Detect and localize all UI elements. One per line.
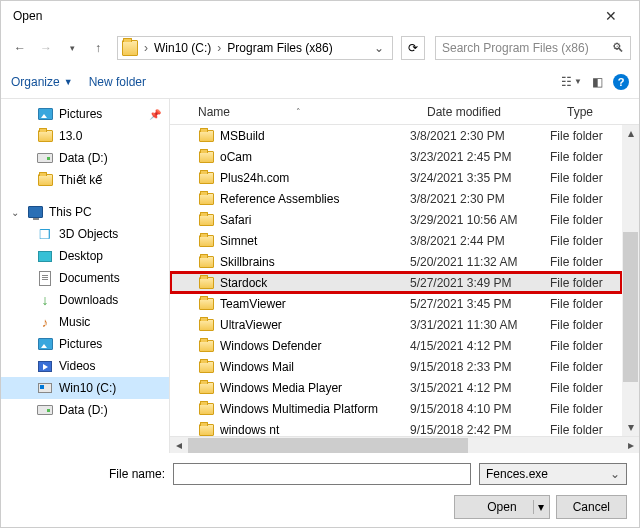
tree-item[interactable]: Data (D:) [1,147,169,169]
tree-item[interactable]: ❒3D Objects [1,223,169,245]
tree-item[interactable]: ♪Music [1,311,169,333]
tree-item-label: Music [59,315,90,329]
file-name: Reference Assemblies [220,192,410,206]
column-header-date[interactable]: Date modified [427,105,567,119]
expand-caret-icon[interactable]: ⌄ [11,207,21,218]
forward-button[interactable]: → [35,37,57,59]
vertical-scrollbar[interactable]: ▴ ▾ [622,125,639,436]
file-name: oCam [220,150,410,164]
address-bar[interactable]: › Win10 (C:) › Program Files (x86) ⌄ [117,36,393,60]
doc-icon [39,271,51,286]
3d-icon: ❒ [39,227,51,242]
file-date: 9/15/2018 2:42 PM [410,423,550,437]
pictures-icon [38,338,53,350]
tree-item-label: Pictures [59,107,102,121]
file-row[interactable]: Windows Media Player3/15/2021 4:12 PMFil… [170,377,622,398]
file-row[interactable]: MSBuild3/8/2021 2:30 PMFile folder [170,125,622,146]
tree-item[interactable]: 13.0 [1,125,169,147]
file-type: File folder [550,381,622,395]
file-date: 9/15/2018 4:10 PM [410,402,550,416]
column-header-type[interactable]: Type [567,105,639,119]
preview-pane-button[interactable]: ◧ [592,75,603,89]
file-row[interactable]: TeamViewer5/27/2021 3:45 PMFile folder [170,293,622,314]
organize-menu[interactable]: Organize ▼ [11,75,73,89]
file-type: File folder [550,276,622,290]
search-input[interactable]: Search Program Files (x86) 🔍︎ [435,36,631,60]
scroll-right-arrow[interactable]: ▸ [622,438,639,452]
tree-item[interactable]: Pictures📌 [1,103,169,125]
file-row[interactable]: Windows Multimedia Platform9/15/2018 4:1… [170,398,622,419]
cancel-button[interactable]: Cancel [556,495,627,519]
tree-item[interactable]: Win10 (C:) [1,377,169,399]
tree-item[interactable]: Pictures [1,333,169,355]
titlebar: Open ✕ [1,1,639,31]
file-type: File folder [550,402,622,416]
filename-input[interactable] [173,463,471,485]
folder-icon [199,130,214,142]
file-date: 3/24/2021 3:35 PM [410,171,550,185]
dl-icon: ↓ [42,292,49,308]
recent-dropdown[interactable]: ▾ [61,37,83,59]
horizontal-scrollbar[interactable]: ◂ ▸ [170,436,639,453]
file-type: File folder [550,192,622,206]
breadcrumb-segment[interactable]: Program Files (x86) [223,41,336,55]
file-type-filter[interactable]: Fences.exe ⌄ [479,463,627,485]
file-row[interactable]: Windows Defender4/15/2021 4:12 PMFile fo… [170,335,622,356]
file-row[interactable]: Simnet3/8/2021 2:44 PMFile folder [170,230,622,251]
file-date: 5/27/2021 3:49 PM [410,276,550,290]
tree-item-label: Pictures [59,337,102,351]
folder-icon [199,361,214,373]
file-name: windows nt [220,423,410,437]
chevron-right-icon[interactable]: › [215,41,223,55]
back-button[interactable]: ← [9,37,31,59]
new-folder-button[interactable]: New folder [89,75,146,89]
breadcrumb-segment[interactable]: Win10 (C:) [150,41,215,55]
file-type: File folder [550,423,622,437]
view-options-button[interactable]: ☷ ▼ [561,75,582,89]
file-row[interactable]: Reference Assemblies3/8/2021 2:30 PMFile… [170,188,622,209]
file-row[interactable]: windows nt9/15/2018 2:42 PMFile folder [170,419,622,436]
up-button[interactable]: ↑ [87,37,109,59]
file-name: UltraViewer [220,318,410,332]
address-dropdown[interactable]: ⌄ [370,41,388,55]
chevron-down-icon: ▼ [64,77,73,87]
file-row[interactable]: Skillbrains5/20/2021 11:32 AMFile folder [170,251,622,272]
chevron-right-icon[interactable]: › [142,41,150,55]
tree-item[interactable]: Documents [1,267,169,289]
refresh-button[interactable]: ⟳ [401,36,425,60]
file-row[interactable]: oCam3/23/2021 2:45 PMFile folder [170,146,622,167]
file-type: File folder [550,150,622,164]
column-header-name[interactable]: Name ˄ [198,105,427,119]
file-date: 5/27/2021 3:45 PM [410,297,550,311]
file-row[interactable]: Stardock5/27/2021 3:49 PMFile folder [170,272,622,293]
open-dropdown[interactable]: ▾ [533,500,549,514]
file-date: 3/8/2021 2:30 PM [410,129,550,143]
folder-icon [199,256,214,268]
tree-node-this-pc[interactable]: ⌄ This PC [1,201,169,223]
file-row[interactable]: Safari3/29/2021 10:56 AMFile folder [170,209,622,230]
toolbar: Organize ▼ New folder ☷ ▼ ◧ ? [1,65,639,99]
scroll-left-arrow[interactable]: ◂ [170,438,187,452]
scroll-thumb[interactable] [188,438,468,453]
tree-item[interactable]: Desktop [1,245,169,267]
file-date: 4/15/2021 4:12 PM [410,339,550,353]
scroll-up-arrow[interactable]: ▴ [622,125,639,142]
file-type: File folder [550,234,622,248]
file-row[interactable]: UltraViewer3/31/2021 11:30 AMFile folder [170,314,622,335]
scroll-down-arrow[interactable]: ▾ [622,419,639,436]
tree-item[interactable]: Thiết kế [1,169,169,191]
help-button[interactable]: ? [613,74,629,90]
folder-icon [199,382,214,394]
video-icon [38,361,52,372]
file-name: Safari [220,213,410,227]
tree-item[interactable]: Videos [1,355,169,377]
close-button[interactable]: ✕ [591,8,631,24]
open-button[interactable]: Open ▾ [454,495,549,519]
scroll-thumb[interactable] [623,232,638,382]
tree-item[interactable]: Data (D:) [1,399,169,421]
search-placeholder: Search Program Files (x86) [442,41,589,55]
folder-icon [199,151,214,163]
tree-item[interactable]: ↓Downloads [1,289,169,311]
file-row[interactable]: Plus24h.com3/24/2021 3:35 PMFile folder [170,167,622,188]
file-row[interactable]: Windows Mail9/15/2018 2:33 PMFile folder [170,356,622,377]
